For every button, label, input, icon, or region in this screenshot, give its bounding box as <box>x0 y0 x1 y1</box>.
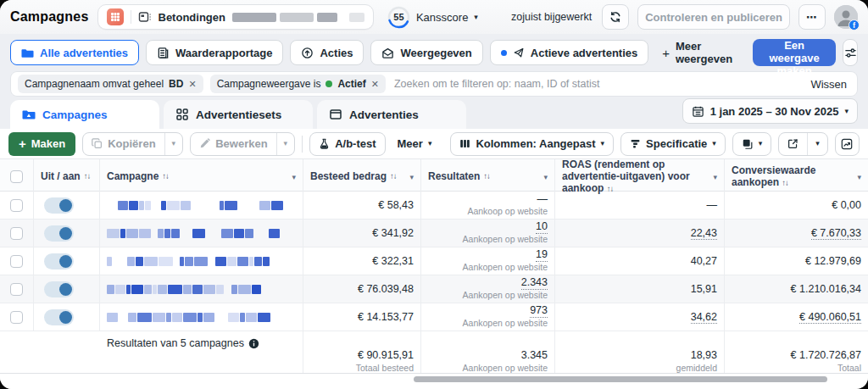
filter-chip-campaign-name[interactable]: Campagnenaam omvat geheel BD ✕ <box>18 75 203 93</box>
account-selector[interactable]: Betondingen <box>97 4 374 30</box>
reports-button[interactable]: ▾ <box>732 132 772 156</box>
tab-campaigns[interactable]: Campagnes <box>10 100 159 129</box>
export-dropdown[interactable]: ▾ <box>808 133 826 155</box>
close-icon[interactable]: ✕ <box>371 79 379 90</box>
columns-icon <box>459 138 470 149</box>
table-row: € 58,43 —Aankoop op website — € 0,00 <box>0 192 868 220</box>
ads-manager-window: Campagnes Betondingen 55 Kansscore ▾ <box>0 0 868 389</box>
tab-ads[interactable]: Advertenties <box>317 100 466 129</box>
more-actions-button[interactable]: Meer ▾ <box>392 137 437 150</box>
chevron-down-icon: ▾ <box>844 108 849 115</box>
edit-button[interactable]: Bewerken <box>191 133 275 155</box>
create-button[interactable]: + Maken <box>8 132 75 156</box>
spent-cell: € 58,43 <box>303 192 421 219</box>
redacted-campaign-name[interactable] <box>107 284 296 294</box>
create-view-button[interactable]: Een weergave maken <box>753 39 836 66</box>
tab-ad-sets[interactable]: Advertentiesets <box>164 100 313 129</box>
more-views-button[interactable]: + Meer weergeven <box>655 40 739 65</box>
col-header-conv-value[interactable]: Conversiewaarde aankopen ↑↓▾ <box>725 159 868 194</box>
redacted-campaign-name[interactable] <box>107 256 296 266</box>
sort-icon: ↑↓ <box>782 178 788 187</box>
view-tab-actions[interactable]: Acties <box>290 40 364 65</box>
campaign-toggle-on[interactable] <box>44 281 74 297</box>
view-tab-delivered[interactable]: Weergegeven <box>370 40 482 65</box>
more-options-button[interactable]: ⋯ <box>798 4 826 30</box>
charts-button[interactable] <box>835 132 860 156</box>
filter-bar: Campagnenaam omvat geheel BD ✕ Campagnew… <box>10 71 858 97</box>
grid-icon <box>175 108 189 121</box>
row-checkbox[interactable] <box>10 283 23 296</box>
blue-dot-icon <box>501 50 507 56</box>
plus-icon: + <box>662 46 670 60</box>
table-row: € 322,31 19Aankopen op website 40,27 € 1… <box>0 247 868 275</box>
date-range-picker[interactable]: 1 jan 2025 – 30 Nov 2025 ▾ <box>682 98 858 124</box>
table-toolbar: + Maken Kopiëren ▾ Bewerken ▾ A/b-test M… <box>0 129 868 159</box>
ellipsis-icon: ⋯ <box>806 11 818 24</box>
page-title: Campagnes <box>10 9 89 25</box>
filter-chip-campaign-view[interactable]: Campagneweergave is Actief ✕ <box>210 75 386 93</box>
edit-dropdown[interactable]: ▾ <box>277 133 295 155</box>
col-header-roas[interactable]: ROAS (rendement op advertentie-uitgaven)… <box>555 159 725 194</box>
trend-chart-icon <box>841 138 853 150</box>
conv-value-cell: € 7.670,33 <box>725 220 868 247</box>
campaign-toggle-on[interactable] <box>44 309 74 325</box>
app-grid-icon <box>107 8 124 25</box>
col-header-results[interactable]: Resultaten ↑↓▾ <box>421 159 555 194</box>
info-icon[interactable] <box>248 338 259 349</box>
plus-icon: + <box>19 136 26 151</box>
reports-stack-icon <box>742 138 754 150</box>
campaign-toggle-on[interactable] <box>44 253 74 270</box>
campaigns-table: Uit / aan ↑↓ Campagne ↑↓▾ Besteed bedrag… <box>0 159 868 389</box>
redacted-campaign-name[interactable] <box>107 312 296 322</box>
spent-cell: € 322,31 <box>303 247 421 275</box>
column-menu-icon[interactable]: ▾ <box>409 173 414 181</box>
view-settings-button[interactable] <box>843 39 858 66</box>
breakdown-button[interactable]: Specificatie ▾ <box>620 132 726 156</box>
column-menu-icon[interactable]: ▾ <box>292 173 296 181</box>
column-menu-icon[interactable]: ▾ <box>543 173 548 181</box>
facebook-badge-icon: f <box>849 19 860 31</box>
columns-button[interactable]: Kolommen: Aangepast ▾ <box>450 132 614 156</box>
redacted-campaign-name[interactable] <box>107 228 296 238</box>
refresh-button[interactable] <box>602 4 629 30</box>
column-menu-icon[interactable]: ▾ <box>713 173 717 181</box>
duplicate-button[interactable]: Kopiëren <box>83 133 164 155</box>
sort-icon: ↑↓ <box>483 172 490 181</box>
view-tab-active-ads[interactable]: Actieve advertenties <box>490 40 648 65</box>
campaign-toggle-on[interactable] <box>44 197 74 214</box>
export-button[interactable] <box>779 133 807 155</box>
review-publish-button[interactable]: Controleren en publiceren <box>637 4 790 30</box>
col-header-spent[interactable]: Besteed bedrag ↑↓▾ <box>303 159 421 194</box>
results-cell: 2.343Aankopen op website <box>421 275 555 303</box>
clear-filters-button[interactable]: Wissen <box>810 78 850 91</box>
export-button-group: ▾ <box>778 132 827 156</box>
row-checkbox[interactable] <box>10 255 23 268</box>
column-menu-icon[interactable]: ▾ <box>857 173 861 181</box>
horizontal-scrollbar[interactable] <box>414 376 827 382</box>
results-cell: 973Aankopen op website <box>421 303 555 331</box>
redacted-campaign-name[interactable] <box>107 200 296 210</box>
filter-search-input[interactable] <box>392 77 804 91</box>
opportunity-score[interactable]: 55 Kansscore ▾ <box>387 6 478 29</box>
roas-cell: 15,91 <box>555 275 725 303</box>
view-tab-all-ads[interactable]: Alle advertenties <box>10 40 139 65</box>
table-row: € 76.039,48 2.343Aankopen op website 15,… <box>0 275 868 303</box>
col-header-on-off[interactable]: Uit / aan ↑↓ <box>34 159 100 194</box>
close-icon[interactable]: ✕ <box>188 79 196 90</box>
view-tab-value-reporting[interactable]: Waarderapportage <box>146 40 283 65</box>
duplicate-dropdown[interactable]: ▾ <box>164 133 182 155</box>
select-all-checkbox[interactable] <box>10 170 23 183</box>
row-checkbox[interactable] <box>10 227 23 240</box>
avatar[interactable]: f <box>834 5 858 29</box>
date-range-text: 1 jan 2025 – 30 Nov 2025 <box>710 105 839 118</box>
conv-value-cell: € 1.210.016,34 <box>725 275 868 303</box>
account-name: Betondingen <box>159 11 225 24</box>
ab-test-button[interactable]: A/b-test <box>309 132 385 156</box>
col-header-campaign[interactable]: Campagne ↑↓▾ <box>100 159 303 194</box>
footer-summary-cell: Resultaten van 5 campagnes <box>100 331 303 373</box>
edit-button-group: Bewerken ▾ <box>190 132 295 156</box>
campaign-toggle-on[interactable] <box>44 225 74 242</box>
row-checkbox[interactable] <box>10 311 23 324</box>
filters-band: Alle advertenties Waarderapportage Actie… <box>0 34 868 129</box>
row-checkbox[interactable] <box>10 199 23 212</box>
